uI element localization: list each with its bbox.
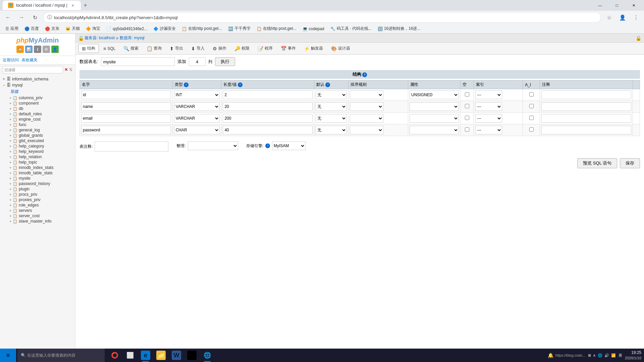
table-func[interactable]: +📋func (7, 122, 75, 127)
start-button[interactable]: ⊞ (0, 349, 16, 362)
save-button[interactable]: 保存 (620, 158, 640, 168)
table-engine-cost[interactable]: +📋engine_cost (7, 117, 75, 122)
table-innodb-table[interactable]: +📋innodb_table_stats (7, 170, 75, 176)
taskbar-explorer[interactable]: 📁 (154, 349, 168, 362)
table-global-grants[interactable]: +📋global_grants (7, 133, 75, 138)
taskbar-chrome[interactable]: 🌐 (200, 349, 215, 362)
forward-button[interactable]: → (16, 12, 27, 23)
table-comment-input[interactable] (95, 141, 168, 152)
table-procs-priv[interactable]: +📋procs_priv (7, 192, 75, 197)
field-index-select[interactable]: --- (475, 102, 502, 111)
filter-input[interactable] (3, 66, 63, 73)
wifi-icon[interactable]: 📶 (611, 353, 616, 358)
bookmark-apps[interactable]: ☰ 应用 (3, 25, 21, 32)
field-ai-checkbox[interactable] (529, 127, 534, 132)
field-default-select[interactable]: 无 (316, 126, 347, 134)
bookmark-qq[interactable]: 📄 qq5da9491346e2... (104, 26, 150, 32)
browser-tab[interactable]: 🐬 localhost / localhost / mysql | ✕ (3, 1, 81, 10)
table-plugin[interactable]: +📋plugin (7, 186, 75, 192)
col-count-input[interactable] (189, 57, 206, 66)
taskbar-pycharm[interactable]: P (184, 349, 199, 362)
close-button[interactable]: ✕ (626, 0, 641, 11)
field-null-checkbox[interactable] (465, 92, 469, 97)
field-ai-checkbox[interactable] (529, 104, 534, 108)
taskbar-search[interactable]: 🔍 (17, 349, 105, 362)
new-tab-button[interactable]: + (81, 1, 90, 10)
tool-search[interactable]: 🔍 搜索 (120, 44, 142, 53)
table-help-category[interactable]: +📋help_category (7, 143, 75, 149)
field-name-input[interactable] (81, 90, 171, 99)
field-length-input[interactable] (223, 90, 313, 99)
field-type-select[interactable]: VARCHAR INT CHAR (174, 114, 220, 123)
field-null-checkbox[interactable] (465, 104, 469, 108)
field-collation-select[interactable] (350, 114, 383, 123)
refresh-button[interactable]: ↻ (30, 12, 40, 23)
maximize-button[interactable]: □ (609, 0, 625, 11)
table-innodb-index[interactable]: +📋innodb_index_stats (7, 165, 75, 170)
engine-select[interactable]: MyISAM InnoDB MEMORY (272, 141, 306, 150)
recent-link[interactable]: 近期访问 (3, 57, 19, 63)
table-component[interactable]: +📋component (7, 101, 75, 106)
field-collation-select[interactable] (350, 90, 383, 99)
tool-events[interactable]: 📅 事件 (277, 44, 300, 53)
tool-structure[interactable]: ⊞ 结构 (78, 44, 99, 53)
field-index-select[interactable]: --- (475, 114, 502, 123)
volume-icon[interactable]: 🔊 (604, 353, 609, 358)
field-name-input[interactable] (81, 126, 171, 134)
bookmark-codepad[interactable]: 💻 codepad (300, 26, 327, 32)
field-default-select[interactable]: 无 (316, 102, 347, 111)
chevron-icon[interactable]: ∧ (593, 353, 596, 358)
bookmark-baidu[interactable]: 🔵 百度 (22, 25, 42, 32)
field-attribute-select[interactable]: UNSIGNED (410, 90, 459, 99)
field-length-input[interactable] (223, 114, 313, 123)
field-attribute-select[interactable] (410, 102, 459, 111)
field-type-select[interactable]: VARCHAR INT CHAR (174, 102, 220, 111)
field-name-input[interactable] (81, 102, 171, 111)
table-columns-priv[interactable]: +📋columns_priv (7, 95, 75, 101)
server-link[interactable]: 服务器: localhost (85, 35, 115, 41)
bookmark-jd[interactable]: 🔴 京东 (42, 25, 62, 32)
field-ai-checkbox[interactable] (529, 116, 534, 120)
structure-help-icon[interactable]: ? (362, 72, 367, 77)
field-comment-input[interactable] (541, 102, 631, 111)
notification-icon[interactable]: 🔔 (548, 353, 553, 358)
field-comment-input[interactable] (541, 90, 631, 99)
table-servers[interactable]: +📋servers (7, 208, 75, 213)
table-slave-master[interactable]: +📋slave_master_info (7, 219, 75, 224)
tool-privileges[interactable]: 🔑 权限 (231, 44, 253, 53)
field-type-select[interactable]: INT VARCHAR CHAR (174, 90, 220, 99)
filter-clear-button[interactable]: ✕ (64, 67, 68, 72)
table-name-input[interactable] (101, 57, 175, 66)
field-name-input[interactable] (81, 114, 171, 123)
table-help-keyword[interactable]: +📋help_keyword (7, 149, 75, 154)
taskbar-search-input[interactable] (27, 353, 94, 358)
preview-sql-button[interactable]: 预览 SQL 语句 (577, 158, 617, 168)
field-default-select[interactable]: 无 (316, 114, 347, 123)
tab-close-button[interactable]: ✕ (70, 3, 75, 8)
tool-sql[interactable]: ≡ SQL (100, 44, 119, 53)
bookmark-hex[interactable]: 🔢 16进制转换，16进... (375, 25, 423, 32)
table-role-edges[interactable]: +📋role_edges (7, 202, 75, 208)
taskbar-cortana[interactable]: ⭕ (107, 349, 122, 362)
table-mysite[interactable]: +📋mysite (7, 176, 75, 181)
table-help-relation[interactable]: +📋help_relation (7, 154, 75, 160)
bookmark-http2[interactable]: 📋 在线http post,get... (254, 25, 299, 32)
db-item-mysql[interactable]: − 🗄 mysql (0, 82, 75, 88)
grid-icon[interactable]: ⊞ (588, 353, 591, 358)
field-collation-select[interactable] (350, 126, 383, 134)
bookmark-shalu[interactable]: 🔷 沙漏安全 (151, 25, 178, 32)
tool-import[interactable]: ⬇ 导入 (187, 44, 208, 53)
network-icon[interactable]: 🌐 (598, 353, 602, 358)
table-db[interactable]: +📋db (7, 106, 75, 111)
field-attribute-select[interactable] (410, 114, 459, 123)
table-general-log[interactable]: +📋general_log (7, 127, 75, 133)
table-proxies-priv[interactable]: +📋proxies_priv (7, 197, 75, 202)
bookmark-qianqian[interactable]: 🔤 千千秀字 (225, 25, 253, 32)
table-help-topic[interactable]: +📋help_topic (7, 160, 75, 165)
bookmark-button[interactable]: ☆ (604, 12, 614, 23)
bookmark-taobao[interactable]: 🔶 淘宝 (83, 25, 103, 32)
tool-operations[interactable]: ⚙ 操作 (209, 44, 230, 53)
field-length-input[interactable] (223, 126, 313, 134)
menu-button[interactable]: ⋮ (631, 12, 641, 23)
bookmark-http1[interactable]: 📋 在线http post,get... (179, 25, 224, 32)
